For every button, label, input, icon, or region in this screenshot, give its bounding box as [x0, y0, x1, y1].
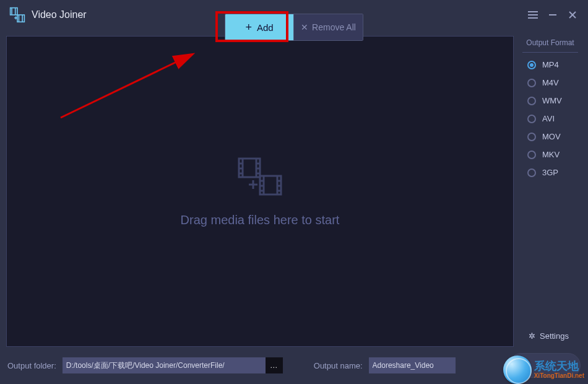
format-label: MOV — [542, 132, 561, 141]
close-icon[interactable] — [567, 9, 578, 20]
settings-button[interactable]: ✲ Settings — [519, 325, 582, 347]
output-folder-input[interactable] — [63, 357, 266, 373]
radio-icon — [527, 115, 536, 123]
format-option-mkv[interactable]: MKV — [527, 147, 582, 162]
filmstrip-plus-icon — [236, 156, 283, 199]
format-label: MP4 — [542, 60, 559, 69]
format-label: WMV — [542, 96, 562, 105]
sidebar-title: Output Format — [522, 36, 578, 53]
main-area: Drag media files here to start Output Fo… — [0, 30, 588, 347]
add-button[interactable]: + Add — [225, 14, 293, 40]
drop-zone-hint: Drag media files here to start — [181, 213, 340, 227]
settings-label: Settings — [540, 331, 569, 341]
main-toolbar: + Add ✕ Remove All — [225, 14, 363, 41]
remove-all-button[interactable]: ✕ Remove All — [293, 14, 363, 40]
format-option-3gp[interactable]: 3GP — [527, 165, 582, 180]
radio-icon — [527, 133, 536, 141]
radio-icon — [527, 168, 536, 177]
format-option-mp4[interactable]: MP4 — [527, 58, 582, 72]
drop-zone[interactable]: Drag media files here to start — [6, 36, 514, 347]
format-option-wmv[interactable]: WMV — [527, 94, 582, 108]
watermark-title: 系统天地 — [534, 360, 584, 372]
format-label: AVI — [542, 114, 555, 123]
add-button-label: Add — [257, 22, 274, 33]
radio-icon — [527, 151, 536, 159]
format-label: M4V — [542, 78, 559, 87]
format-option-mov[interactable]: MOV — [527, 129, 582, 144]
gear-icon: ✲ — [529, 331, 535, 341]
output-name-label: Output name: — [314, 361, 363, 370]
output-name-input[interactable] — [369, 357, 456, 373]
watermark-globe-icon — [503, 356, 532, 384]
menu-icon[interactable] — [527, 9, 538, 20]
app-logo: Video Joiner — [9, 7, 87, 23]
bottom-bar: Output folder: ... Output name: — [0, 347, 588, 384]
format-list: MP4 M4V WMV AVI MOV MKV — [519, 58, 582, 180]
watermark-url: XiTongTianDi.net — [534, 373, 584, 379]
browse-folder-button[interactable]: ... — [266, 357, 283, 373]
radio-icon — [527, 61, 536, 69]
ellipsis-icon: ... — [270, 362, 278, 369]
app-title: Video Joiner — [32, 9, 87, 20]
format-label: 3GP — [542, 168, 558, 177]
watermark: 系统天地 XiTongTianDi.net — [503, 356, 584, 384]
minimize-icon[interactable] — [547, 9, 558, 20]
radio-icon — [527, 97, 536, 105]
format-option-m4v[interactable]: M4V — [527, 76, 582, 90]
format-label: MKV — [542, 150, 560, 159]
plus-icon: + — [245, 21, 252, 34]
format-option-avi[interactable]: AVI — [527, 111, 582, 126]
radio-icon — [527, 79, 536, 87]
x-icon: ✕ — [301, 22, 308, 32]
sidebar: Output Format MP4 M4V WMV AVI MOV — [519, 36, 582, 347]
output-folder-label: Output folder: — [7, 361, 56, 370]
remove-all-label: Remove All — [312, 22, 356, 32]
app-logo-icon — [9, 7, 25, 23]
window-controls — [527, 9, 582, 20]
